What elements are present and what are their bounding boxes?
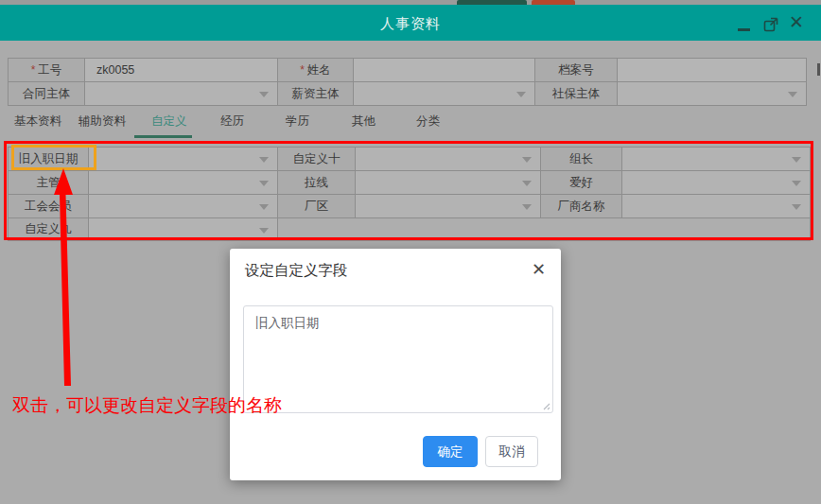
employee-id-input[interactable]: zk0055: [85, 59, 278, 82]
custom-field-label-custom9[interactable]: 自定义九: [9, 218, 89, 241]
required-marker: *: [300, 63, 305, 77]
salary-entity-select[interactable]: [354, 82, 535, 106]
dropdown-arrow-icon: [792, 204, 801, 210]
annotation-note-text: 双击，可以更改自定义字段的名称: [12, 393, 282, 418]
file-number-input[interactable]: [618, 59, 807, 82]
dropdown-arrow-icon: [788, 92, 797, 97]
close-button[interactable]: ✕: [786, 5, 807, 41]
dropdown-arrow-icon: [522, 157, 532, 163]
field-label-salary-entity: 薪资主体: [278, 82, 354, 106]
set-custom-field-dialog: 设定自定义字段 ✕ 旧入职日期 确定 取消: [230, 249, 561, 480]
titlebar: 人事资料 ✕: [0, 5, 821, 41]
custom-field-select[interactable]: [356, 171, 541, 195]
tab-auxiliary-info[interactable]: 辅助资料: [79, 113, 126, 130]
dialog-title: 设定自定义字段: [245, 261, 348, 281]
tab-custom-fields[interactable]: 自定义: [151, 113, 187, 130]
confirm-button[interactable]: 确定: [423, 436, 478, 467]
custom-field-select[interactable]: [622, 171, 811, 195]
employee-header-form: * 工号 zk0055 * 姓名 档案号 合同主体 薪: [8, 58, 807, 106]
custom-field-name-textarea[interactable]: 旧入职日期: [243, 305, 553, 413]
empty-grid-cell: [278, 218, 811, 241]
dropdown-arrow-icon: [516, 92, 526, 97]
maximize-restore-icon: [763, 17, 778, 32]
clipped-edge-fragment: [817, 63, 820, 76]
personnel-window: 人事资料 ✕ * 工号 zk0055 * 姓名: [0, 0, 821, 504]
active-tab-underline: [134, 135, 192, 138]
tab-experience[interactable]: 经历: [220, 113, 244, 130]
tab-education[interactable]: 学历: [286, 113, 309, 130]
close-icon: ✕: [532, 260, 546, 279]
custom-field-label-line[interactable]: 拉线: [278, 171, 356, 195]
custom-field-label-custom10[interactable]: 自定义十: [278, 148, 356, 171]
close-icon: ✕: [789, 12, 804, 32]
resize-handle-icon[interactable]: [541, 401, 550, 410]
profile-tabs: 基本资料 辅助资料 自定义 经历 学历 其他 分类: [0, 109, 821, 137]
custom-field-select[interactable]: [622, 195, 811, 218]
tab-other[interactable]: 其他: [352, 113, 376, 130]
custom-field-label-supervisor[interactable]: 主管: [9, 171, 89, 195]
dialog-close-button[interactable]: ✕: [532, 259, 546, 280]
custom-field-select[interactable]: [356, 195, 541, 218]
custom-field-select[interactable]: [89, 218, 278, 241]
custom-field-select[interactable]: [622, 148, 811, 171]
dropdown-arrow-icon: [259, 228, 269, 234]
cancel-button[interactable]: 取消: [485, 436, 538, 467]
custom-field-label-hobby[interactable]: 爱好: [541, 171, 622, 195]
custom-field-label-group-leader[interactable]: 组长: [541, 148, 622, 171]
field-label-social-security-entity: 社保主体: [535, 82, 618, 106]
maximize-button[interactable]: [760, 5, 781, 41]
dropdown-arrow-icon: [792, 157, 801, 163]
field-label-file-number: 档案号: [535, 59, 618, 82]
dropdown-arrow-icon: [259, 181, 269, 186]
dropdown-arrow-icon: [792, 181, 801, 186]
dropdown-arrow-icon: [259, 157, 269, 163]
field-label-name: * 姓名: [278, 59, 354, 82]
minimize-button[interactable]: [736, 5, 755, 41]
window-title: 人事资料: [0, 15, 821, 33]
field-label-contract-entity: 合同主体: [9, 82, 85, 106]
social-security-entity-select[interactable]: [618, 82, 807, 106]
name-input[interactable]: [354, 59, 535, 82]
custom-field-select[interactable]: [89, 148, 278, 171]
dropdown-arrow-icon: [522, 181, 532, 186]
minimize-icon: [738, 28, 750, 31]
tab-basic-info[interactable]: 基本资料: [14, 113, 61, 130]
custom-fields-grid: 旧入职日期 自定义十 组长 主管 拉线 爱好: [8, 147, 811, 241]
dropdown-arrow-icon: [259, 92, 269, 97]
custom-field-label-old-hire-date[interactable]: 旧入职日期: [9, 148, 89, 171]
contract-entity-select[interactable]: [85, 82, 278, 106]
custom-field-select[interactable]: [89, 195, 278, 218]
dropdown-arrow-icon: [522, 204, 532, 210]
custom-field-label-union-member[interactable]: 工会会员: [9, 195, 89, 218]
tab-category[interactable]: 分类: [416, 113, 440, 130]
field-label-employee-id: * 工号: [9, 59, 85, 82]
dropdown-arrow-icon: [259, 204, 269, 210]
required-marker: *: [31, 63, 36, 77]
custom-field-select[interactable]: [89, 171, 278, 195]
custom-field-label-vendor-name[interactable]: 厂商名称: [541, 195, 622, 218]
textarea-value: 旧入职日期: [255, 315, 320, 332]
custom-field-label-factory-area[interactable]: 厂区: [278, 195, 356, 218]
custom-field-select[interactable]: [356, 148, 541, 171]
